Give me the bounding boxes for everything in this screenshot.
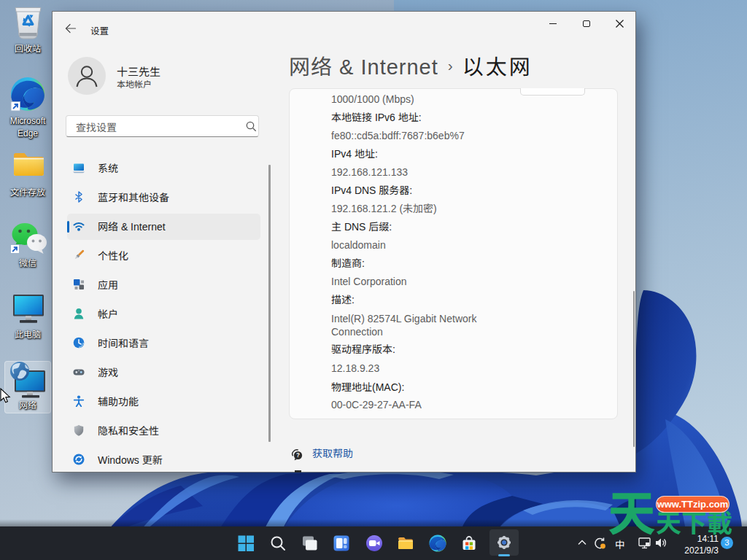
svg-text:?: ?: [296, 452, 300, 459]
